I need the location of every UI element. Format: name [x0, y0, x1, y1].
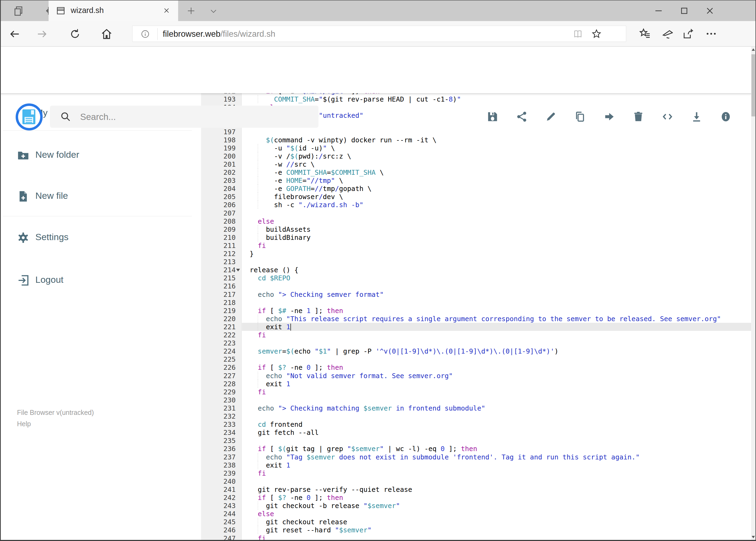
code-line[interactable]: 211 fi	[201, 242, 751, 250]
code-line[interactable]: 207	[201, 209, 751, 217]
code-line[interactable]: 209 buildAssets	[201, 225, 751, 234]
code-line[interactable]: 230	[201, 396, 751, 404]
window-close-button[interactable]	[704, 5, 715, 16]
code-line[interactable]: 247 fi	[201, 534, 751, 540]
code-line[interactable]: 193 COMMIT_SHA="$(git rev-parse HEAD | c…	[201, 95, 751, 103]
code-line[interactable]: 219 if [ $# -ne 1 ]; then	[201, 306, 751, 315]
code-line[interactable]: 213	[201, 258, 751, 266]
code-line[interactable]: 239 fi	[201, 469, 751, 477]
code-line[interactable]: 241 git rev-parse --verify --quiet relea…	[201, 485, 751, 493]
code-line[interactable]: 197	[201, 128, 751, 136]
code-line[interactable]: 228 exit 1	[201, 380, 751, 388]
search-box[interactable]	[50, 106, 319, 128]
code-line[interactable]: 243 git checkout -b release "$semver"	[201, 502, 751, 510]
new-tab-icon[interactable]	[186, 6, 196, 16]
code-line[interactable]: 198 $(command -v winpty) docker run --rm…	[201, 136, 751, 144]
edit-button[interactable]	[545, 111, 557, 123]
favorite-star-icon[interactable]	[591, 29, 602, 39]
code-line[interactable]: 200 -v /$(pwd):/src:z \	[201, 152, 751, 160]
save-button[interactable]	[487, 111, 499, 123]
code-line[interactable]: 210 buildBinary	[201, 234, 751, 242]
line-number: 244	[201, 510, 236, 518]
url-text[interactable]: filebrowser.web/files/wizard.sh	[163, 29, 275, 39]
copy-button[interactable]	[574, 111, 586, 123]
code-line[interactable]: 221 exit 1	[201, 323, 751, 331]
fold-arrow-icon[interactable]	[236, 269, 240, 271]
window-maximize-button[interactable]	[679, 5, 690, 16]
code-line[interactable]: 204 -e GOPATH=//tmp/gopath \	[201, 185, 751, 193]
sidebar-item-new-file[interactable]: New file	[1, 184, 201, 209]
info-button[interactable]	[720, 111, 732, 123]
more-menu-icon[interactable]	[705, 28, 717, 40]
code-line[interactable]: 220 echo "This release script requires a…	[201, 315, 751, 323]
code-line[interactable]: 224 semver=$(echo "$1" | grep -P '^v(0|[…	[201, 347, 751, 355]
code-line[interactable]: 215 cd $REPO	[201, 274, 751, 282]
search-input[interactable]	[80, 106, 307, 128]
forward-icon[interactable]	[36, 28, 48, 40]
code-line[interactable]: 192 if [ -d "$REPO/.git" ]; then	[201, 93, 751, 95]
code-line[interactable]: 222 fi	[201, 331, 751, 339]
code-line[interactable]: 218	[201, 298, 751, 306]
download-button[interactable]	[691, 111, 702, 123]
url-bar[interactable]: filebrowser.web/files/wizard.sh	[132, 26, 626, 42]
source-code-button[interactable]	[661, 111, 673, 123]
code-line[interactable]: 206 sh -c "./wizard.sh -b"	[201, 201, 751, 209]
code-line[interactable]: 242 if [ $? -ne 0 ]; then	[201, 493, 751, 502]
code-line[interactable]: 212}	[201, 250, 751, 258]
browser-navbar: filebrowser.web/files/wizard.sh	[0, 21, 756, 47]
sidebar-item-new-folder[interactable]: New folder	[1, 143, 201, 168]
code-line[interactable]: 244 else	[201, 510, 751, 518]
code-editor[interactable]: 192 if [ -d "$REPO/.git" ]; then193 COMM…	[201, 93, 751, 540]
code-line[interactable]: 233 cd frontend	[201, 420, 751, 428]
code-line[interactable]: 231 echo "> Checking matching $semver in…	[201, 404, 751, 412]
code-line[interactable]: 216	[201, 282, 751, 290]
code-line[interactable]: 214release () {	[201, 266, 751, 274]
window-minimize-button[interactable]	[653, 5, 664, 16]
code-line[interactable]: 240	[201, 477, 751, 485]
code-line[interactable]: 232	[201, 412, 751, 420]
move-button[interactable]	[603, 111, 615, 123]
vertical-scrollbar[interactable]	[751, 47, 755, 540]
filebrowser-logo[interactable]	[16, 104, 43, 131]
tab-list-chevron-icon[interactable]	[209, 8, 218, 15]
web-notes-pen-icon[interactable]	[660, 28, 673, 40]
tab-close-icon[interactable]	[162, 6, 170, 15]
code-line[interactable]: 199 -u "$(id -u)" \	[201, 144, 751, 152]
code-line[interactable]: 235	[201, 436, 751, 445]
code-line[interactable]: 246 git reset --hard "$semver"	[201, 526, 751, 534]
code-line[interactable]: 203 -e HOME="//tmp" \	[201, 176, 751, 185]
code-line[interactable]: 227 echo "Not valid semver format. See s…	[201, 372, 751, 380]
code-line[interactable]: 229 fi	[201, 388, 751, 396]
tab-preview-icon[interactable]	[13, 5, 25, 17]
reading-view-icon[interactable]	[573, 29, 583, 39]
scroll-up-arrow-icon[interactable]	[752, 48, 755, 51]
scroll-down-arrow-icon[interactable]	[752, 536, 755, 538]
code-line[interactable]: 208 else	[201, 217, 751, 225]
code-line[interactable]: 225	[201, 355, 751, 363]
share-page-icon[interactable]	[682, 28, 694, 40]
back-icon[interactable]	[9, 28, 21, 40]
browser-tab[interactable]: wizard.sh	[49, 0, 178, 21]
code-line[interactable]: 236 if [ $(git tag | grep "$semver" | wc…	[201, 445, 751, 453]
code-line[interactable]: 238 exit 1	[201, 461, 751, 469]
code-line[interactable]: 237 echo "Tag $semver does not exist in …	[201, 453, 751, 461]
share-button[interactable]	[516, 111, 528, 123]
code-line[interactable]: 217 echo "> Checking semver format"	[201, 290, 751, 298]
refresh-icon[interactable]	[69, 28, 81, 40]
sidebar-item-logout[interactable]: Logout	[1, 268, 201, 292]
code-line[interactable]: 205 filebrowser/dev \	[201, 193, 751, 201]
code-line[interactable]: 223	[201, 339, 751, 347]
code-line[interactable]: 226 if [ $? -ne 0 ]; then	[201, 363, 751, 371]
code-line[interactable]: 234 git fetch --all	[201, 428, 751, 436]
hub-favorites-icon[interactable]	[639, 28, 651, 40]
code-line[interactable]: 201 -w //src \	[201, 160, 751, 168]
line-number: 205	[201, 193, 236, 201]
home-icon[interactable]	[101, 28, 113, 40]
code-line[interactable]: 245 git checkout release	[201, 518, 751, 526]
delete-button[interactable]	[632, 111, 644, 123]
scrollbar-thumb[interactable]	[751, 54, 755, 116]
page-info-icon[interactable]	[140, 29, 150, 39]
code-line[interactable]: 202 -e COMMIT_SHA=$COMMIT_SHA \	[201, 168, 751, 176]
sidebar-item-settings[interactable]: Settings	[1, 226, 201, 250]
help-link[interactable]: Help	[17, 420, 31, 428]
